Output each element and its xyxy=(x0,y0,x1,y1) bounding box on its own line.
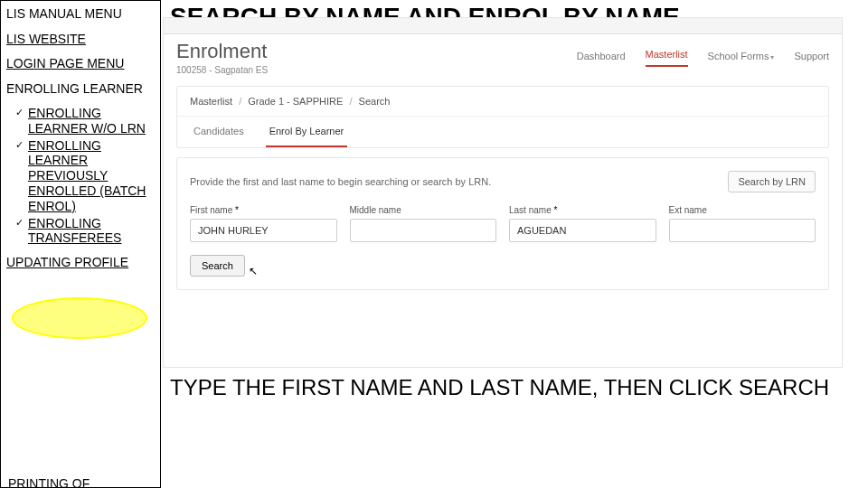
app-brand: Enrolment xyxy=(176,40,577,63)
nav-dashboard[interactable]: Dashboard xyxy=(577,51,626,67)
breadcrumb: Masterlist / Grade 1 - SAPPHIRE / Search xyxy=(177,87,828,116)
link-printing-cutoff[interactable]: PRINTING OF xyxy=(8,476,90,488)
subtab-candidates[interactable]: Candidates xyxy=(190,117,248,147)
search-panel: Provide the first and last name to begin… xyxy=(176,157,829,290)
crumb-grade[interactable]: Grade 1 - SAPPHIRE xyxy=(248,96,343,107)
link-login-page[interactable]: LOGIN PAGE MENU xyxy=(6,56,155,72)
nav-school-forms[interactable]: School Forms xyxy=(708,51,775,67)
first-name-input[interactable] xyxy=(190,219,337,242)
nav-support[interactable]: Support xyxy=(794,51,829,67)
menu-enroll-batch[interactable]: ENROLLING LEARNER PREVIOUSLY ENROLLED (B… xyxy=(15,138,155,214)
heading-enrolling: ENROLLING LEARNER xyxy=(6,81,155,98)
nav-masterlist[interactable]: Masterlist xyxy=(646,49,688,67)
label-last-name: Last name xyxy=(509,205,656,215)
menu-enroll-transferees[interactable]: ENROLLING TRANSFEREES xyxy=(15,216,155,247)
sidebar-title: LIS MANUAL MENU xyxy=(6,6,155,23)
breadcrumb-panel: Masterlist / Grade 1 - SAPPHIRE / Search… xyxy=(176,86,829,148)
crumb-search: Search xyxy=(359,96,391,107)
label-first-name: First name xyxy=(190,205,337,215)
enrolling-submenu: ENROLLING LEARNER W/O LRN ENROLLING LEAR… xyxy=(6,106,155,246)
subtab-enrol-by-learner[interactable]: Enrol By Learner xyxy=(266,117,348,147)
label-middle-name: Middle name xyxy=(350,205,497,215)
app-subtitle: 100258 - Sagpatan ES xyxy=(176,65,577,75)
menu-enroll-no-lrn[interactable]: ENROLLING LEARNER W/O LRN xyxy=(15,106,155,136)
link-updating-profile[interactable]: UPDATING PROFILE xyxy=(6,255,155,271)
last-name-input[interactable] xyxy=(509,219,656,242)
crumb-masterlist[interactable]: Masterlist xyxy=(190,96,232,107)
crumb-sep: / xyxy=(345,96,355,107)
app-nav: Dashboard Masterlist School Forms Suppor… xyxy=(577,40,829,67)
middle-name-input[interactable] xyxy=(350,219,497,242)
search-button[interactable]: Search xyxy=(190,255,245,277)
highlight-oval xyxy=(12,297,147,339)
ext-name-input[interactable] xyxy=(669,219,816,242)
main-content: SEARCH BY NAME AND ENROL BY NAME Enrolme… xyxy=(161,0,868,488)
crumb-sep: / xyxy=(235,96,245,107)
link-lis-website[interactable]: LIS WEBSITE xyxy=(6,32,155,48)
sidebar: LIS MANUAL MENU LIS WEBSITE LOGIN PAGE M… xyxy=(0,0,161,488)
cursor-icon: ↖ xyxy=(249,265,258,277)
search-hint: Provide the first and last name to begin… xyxy=(190,176,491,187)
search-by-lrn-button[interactable]: Search by LRN xyxy=(728,171,816,192)
label-ext-name: Ext name xyxy=(669,205,816,215)
instruction-text: TYPE THE FIRST NAME AND LAST NAME, THEN … xyxy=(170,375,859,400)
browser-chrome xyxy=(164,18,842,34)
browser-screenshot: Enrolment 100258 - Sagpatan ES Dashboard… xyxy=(163,17,843,368)
